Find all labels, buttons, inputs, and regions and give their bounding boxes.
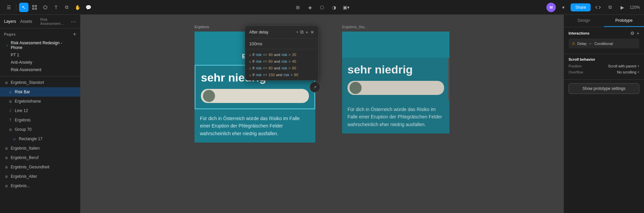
presentation-button[interactable]: ⧉ <box>605 3 615 12</box>
interactions-row: ⚠ Delay ← Conditional <box>572 41 636 46</box>
scroll-overflow-value[interactable]: No scrolling ▾ <box>617 70 639 74</box>
interactions-settings-button[interactable]: ⚙ <box>630 31 635 36</box>
layer-label: Group 70 <box>15 127 32 132</box>
delay-value[interactable]: 100ms <box>249 41 262 46</box>
svg-point-4 <box>44 6 47 9</box>
popup-actions: ⧉ + ✕ <box>300 29 314 35</box>
layer-ergebnis-standort[interactable]: ⊞ Ergebnis_Standort <box>0 78 80 87</box>
popup-delay: 100ms <box>245 39 318 49</box>
cond-less-icon-1: ≤ <box>249 60 251 63</box>
phone2-progress-handle[interactable] <box>350 82 362 94</box>
phone-frame-2: Ergebnis_Sta... sehr niedrig Für dich in… <box>342 32 449 134</box>
layer-ergebnisframe[interactable]: ⊞ Ergebnisframe <box>0 97 80 106</box>
sidebar-tabs: Layers Assets Risk Assessment ... ⋯ <box>0 15 80 29</box>
condition-row-0: ≤ If risk <= 40 and risk > 20 <box>245 51 318 58</box>
cond-var2-0: risk <box>281 53 287 57</box>
hand-tool[interactable]: ✋ <box>73 3 82 12</box>
tool-group-left: ☰ ↖ T ⧉ ✋ 💬 <box>4 3 93 12</box>
mask-tool[interactable]: ◈ <box>305 3 315 12</box>
layer-ergebnis-beruf[interactable]: ⊞ Ergebnis_Beruf <box>0 153 80 162</box>
shape-tool[interactable] <box>41 3 50 12</box>
scroll-position-chevron: ▾ <box>638 64 639 68</box>
toolbar-right: M ▾ Share ⧉ ▶ 120% <box>546 3 640 12</box>
scroll-overflow-text: No scrolling <box>617 70 636 74</box>
pages-title: Pages <box>4 32 16 36</box>
layer-line12[interactable]: / Line 12 <box>0 106 80 115</box>
tab-prototype[interactable]: Prototype <box>604 15 644 27</box>
show-prototype-settings-button[interactable]: Show prototype settings <box>569 83 639 94</box>
page-label-3: Risk Assessment <box>11 67 41 72</box>
page-label-2: Anti-Anxiety <box>11 60 32 65</box>
cond-num2-2: 60 <box>292 66 296 70</box>
user-avatar[interactable]: M <box>546 3 556 12</box>
interactions-add-button[interactable]: + <box>637 31 639 36</box>
page-item-1[interactable]: PT 1 <box>4 51 76 59</box>
add-page-button[interactable]: + <box>73 31 76 37</box>
cond-conj-1: and <box>274 59 280 63</box>
breadcrumb[interactable]: Risk Assessment ... <box>40 17 67 25</box>
popup-title: After delay <box>249 30 294 35</box>
cond-if-3: If <box>253 73 255 77</box>
conditions-list: ≤ If risk <= 40 and risk > 20 ≤ If <box>245 49 318 80</box>
separator <box>16 4 16 11</box>
interactions-item[interactable]: ⚠ Delay ← Conditional <box>569 39 639 48</box>
text-tool[interactable]: T <box>51 3 61 12</box>
grid-tool[interactable]: ⊞ <box>293 3 303 12</box>
sidebar-menu[interactable]: ⋯ <box>71 18 76 25</box>
tab-design[interactable]: Design <box>564 15 604 27</box>
right-panel-tabs: Design Prototype <box>564 15 644 27</box>
scroll-overflow-row: Overflow No scrolling ▾ <box>569 70 639 74</box>
svg-rect-1 <box>35 5 37 7</box>
layer-risk-bar[interactable]: ◇ Risk Bar <box>0 87 80 97</box>
layers-tab[interactable]: Layers <box>4 18 16 24</box>
canvas[interactable]: Ergebnis Ergebnis sehr niedrig ↗ Fü <box>80 15 564 213</box>
share-button[interactable]: Share <box>571 3 591 11</box>
cond-op1-0: <= <box>263 53 267 57</box>
layer-group70[interactable]: ⊞ Group 70 <box>0 125 80 134</box>
code-view-button[interactable] <box>593 3 603 12</box>
layer-label: Ergebnis_Beruf <box>11 155 39 160</box>
layer-ergebnis[interactable]: T Ergebnis <box>0 115 80 125</box>
page-item-0[interactable]: ✓ Risk Assessment Redesign - Phone <box>4 39 76 51</box>
cond-num1-1: 60 <box>269 59 273 63</box>
cond-if-2: If <box>253 66 255 70</box>
plugin-tool[interactable]: ⬡ <box>317 3 327 12</box>
assets-tab[interactable]: Assets <box>20 18 32 24</box>
popup-duplicate-button[interactable]: ⧉ <box>300 29 304 35</box>
comment-tool[interactable]: 💬 <box>84 3 93 12</box>
layer-label: Ergebnis_Standort <box>11 80 44 85</box>
select-tool[interactable]: ↖ <box>19 3 29 12</box>
right-panel: Design Prototype Interactions ⚙ + ⚠ Dela… <box>564 15 644 213</box>
page-item-2[interactable]: Anti-Anxiety <box>4 59 76 66</box>
layer-ergebnis-last[interactable]: ⊞ Ergebnis... <box>0 181 80 191</box>
popup-add-button[interactable]: + <box>306 29 308 35</box>
layers-section: ⊞ Ergebnis_Standort ◇ Risk Bar ⊞ Ergebni… <box>0 76 80 213</box>
cond-num1-2: 80 <box>269 66 273 70</box>
layer-ergebnis-alter[interactable]: ⊞ Ergebnis_Alter <box>0 172 80 181</box>
share-bubble[interactable]: ↗ <box>310 82 320 93</box>
frame-tool[interactable] <box>30 3 39 12</box>
component-tool[interactable]: ⧉ <box>62 3 71 12</box>
layer-label: Risk Bar <box>15 90 30 94</box>
main-layout: Layers Assets Risk Assessment ... ⋯ Page… <box>0 15 644 213</box>
group-icon: ⊞ <box>4 147 9 150</box>
scroll-position-value[interactable]: Scroll with parent ▾ <box>608 64 639 68</box>
group-icon: ⊞ <box>4 156 9 160</box>
zoom-level[interactable]: 120% <box>630 5 640 10</box>
layer-ergebnis-gesundheit[interactable]: ⊞ Ergebnis_Gesundheit <box>0 162 80 172</box>
theme-tool[interactable]: ◑ <box>329 3 339 12</box>
layer-ergebnis-italien[interactable]: ⊞ Ergebnis_Italien <box>0 144 80 153</box>
export-tool[interactable]: ▣▾ <box>341 3 351 12</box>
page-item-3[interactable]: Risk Assessment <box>4 66 76 73</box>
popup-close-button[interactable]: ✕ <box>310 29 314 35</box>
cond-conj-3: and <box>276 73 282 77</box>
phone2-result-area: sehr niedrig <box>342 58 449 100</box>
scroll-position-text: Scroll with parent <box>608 64 636 68</box>
layer-rect17[interactable]: ◇ Rectangle 17 <box>0 134 80 144</box>
ergebnis-label-1: Ergebnis <box>195 25 209 29</box>
dropdown-arrow[interactable]: ▾ <box>558 3 568 12</box>
progress-handle[interactable] <box>203 90 215 102</box>
play-button[interactable]: ▶ <box>618 3 627 12</box>
page-label-0: Risk Assessment Redesign - Phone <box>11 41 74 50</box>
menu-button[interactable]: ☰ <box>4 3 13 12</box>
